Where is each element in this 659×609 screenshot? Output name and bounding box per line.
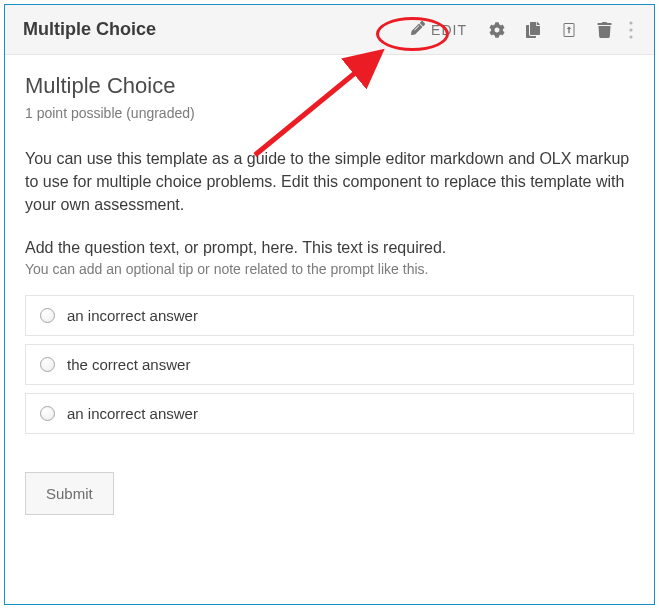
move-button[interactable]: [551, 5, 587, 55]
drag-handle-icon: [628, 21, 634, 39]
choice-label: an incorrect answer: [67, 405, 198, 422]
copy-icon: [525, 22, 541, 38]
tip-text: You can add an optional tip or note rela…: [25, 261, 634, 277]
choices-list: an incorrect answer the correct answer a…: [25, 295, 634, 434]
duplicate-button[interactable]: [515, 5, 551, 55]
toolbar: EDIT: [399, 5, 640, 55]
component-title: Multiple Choice: [23, 19, 156, 40]
edit-button-label: EDIT: [431, 22, 467, 38]
delete-button[interactable]: [587, 5, 622, 55]
choice-label: an incorrect answer: [67, 307, 198, 324]
choice-option[interactable]: an incorrect answer: [25, 295, 634, 336]
component-header: Multiple Choice EDIT: [5, 5, 654, 55]
choice-option[interactable]: an incorrect answer: [25, 393, 634, 434]
intro-text: You can use this template as a guide to …: [25, 147, 634, 217]
choice-label: the correct answer: [67, 356, 190, 373]
radio-icon: [40, 406, 55, 421]
prompt-text: Add the question text, or prompt, here. …: [25, 239, 634, 257]
trash-icon: [597, 22, 612, 38]
edit-button[interactable]: EDIT: [399, 21, 479, 38]
pencil-icon: [411, 21, 425, 38]
points-possible: 1 point possible (ungraded): [25, 105, 634, 121]
submit-button[interactable]: Submit: [25, 472, 114, 515]
radio-icon: [40, 308, 55, 323]
component-body: Multiple Choice 1 point possible (ungrad…: [5, 55, 654, 533]
drag-handle[interactable]: [622, 5, 640, 55]
choice-option[interactable]: the correct answer: [25, 344, 634, 385]
problem-title: Multiple Choice: [25, 73, 634, 99]
settings-button[interactable]: [479, 5, 515, 55]
component-container: Multiple Choice EDIT: [4, 4, 655, 605]
radio-icon: [40, 357, 55, 372]
svg-point-2: [629, 28, 632, 31]
gear-icon: [489, 22, 505, 38]
svg-point-1: [629, 21, 632, 24]
move-icon: [561, 22, 577, 38]
svg-point-3: [629, 35, 632, 38]
